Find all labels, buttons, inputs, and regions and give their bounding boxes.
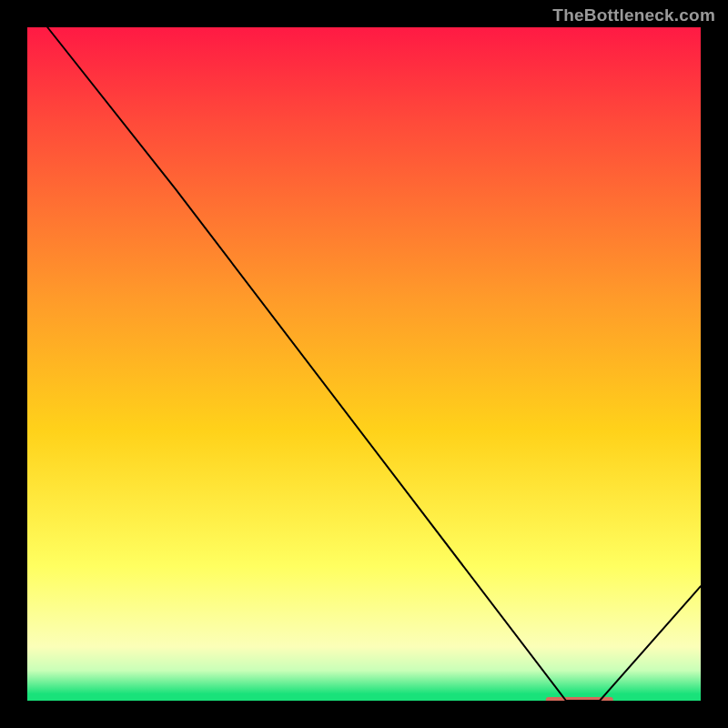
- plot-frame: [0, 701, 728, 728]
- attribution-label: TheBottleneck.com: [552, 5, 715, 25]
- plot-frame: [0, 0, 27, 728]
- bottleneck-chart: TheBottleneck.com: [0, 0, 728, 728]
- chart-canvas: [0, 0, 728, 728]
- plot-frame: [701, 0, 728, 728]
